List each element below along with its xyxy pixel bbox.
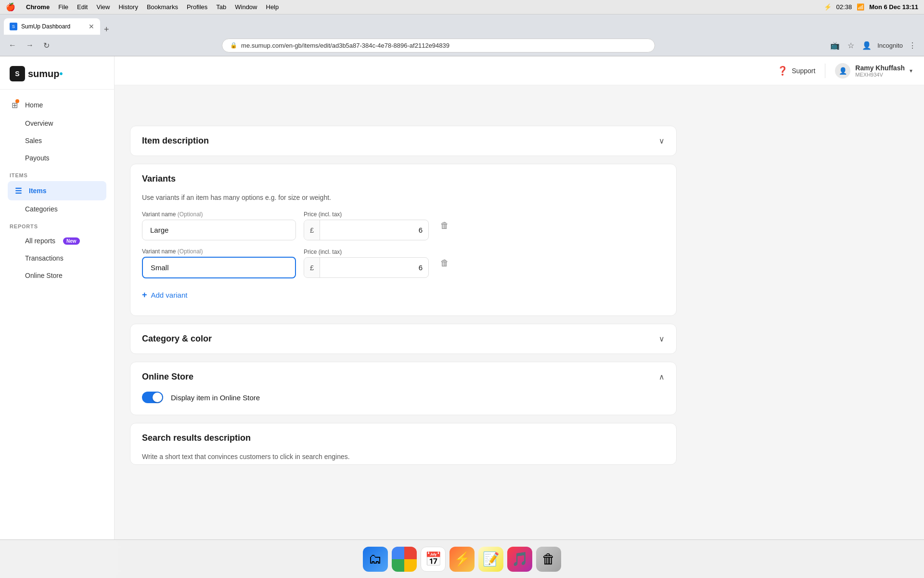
profiles-menu[interactable]: Profiles: [187, 3, 207, 11]
sidebar-navigation: ⊞ Home Overview Sales Payouts ITEMS ☰: [0, 90, 114, 290]
item-description-title: Item description: [142, 136, 209, 146]
reload-button[interactable]: ↻: [40, 39, 52, 52]
variants-card: Variants Use variants if an item has man…: [130, 164, 677, 316]
dock-music[interactable]: 🎵: [507, 547, 532, 572]
app-container: S sumup• ⊞ Home Overview Sales: [0, 56, 924, 578]
macos-dock: 🗂 📅 ⚡ 📝 🎵 🗑: [0, 539, 924, 578]
variant-row-2: Variant name (Optional) Price (incl. tax…: [142, 248, 665, 278]
sidebar-item-categories[interactable]: Categories: [0, 200, 114, 218]
transactions-label: Transactions: [25, 254, 64, 262]
variant2-name-group: Variant name (Optional): [142, 248, 296, 278]
support-label: Support: [792, 67, 815, 75]
variant2-name-input[interactable]: [142, 257, 296, 278]
sidebar-item-overview-label: Overview: [25, 119, 53, 127]
sidebar-item-home[interactable]: ⊞ Home: [0, 95, 114, 115]
forward-button[interactable]: →: [23, 39, 37, 52]
sidebar-header: S sumup•: [0, 56, 114, 90]
tab-menu[interactable]: Tab: [216, 3, 226, 11]
avatar: 👤: [835, 63, 850, 79]
variant1-price-input[interactable]: [320, 220, 428, 240]
category-color-header[interactable]: Category & color ∨: [130, 324, 676, 354]
page-content: Item description ∨ Variants Use variants…: [115, 114, 692, 484]
item-description-chevron: ∨: [659, 136, 665, 145]
sidebar-item-home-label: Home: [25, 101, 43, 109]
tab-favicon: S: [10, 23, 17, 30]
category-color-chevron: ∨: [659, 334, 665, 343]
bookmarks-menu[interactable]: Bookmarks: [147, 3, 178, 11]
sidebar-item-transactions[interactable]: Transactions: [0, 250, 114, 267]
variant1-price-currency: £: [304, 220, 320, 240]
bookmark-icon[interactable]: ☆: [846, 39, 856, 52]
variant1-name-input[interactable]: [142, 220, 296, 240]
system-clock: Mon 6 Dec 13:11: [869, 3, 918, 11]
sidebar-item-all-reports[interactable]: All reports New: [0, 232, 114, 250]
apple-menu[interactable]: 🍎: [6, 2, 15, 12]
sidebar-item-payouts[interactable]: Payouts: [0, 149, 114, 167]
dock-notes[interactable]: 📝: [478, 547, 503, 572]
online-store-chevron: ∧: [659, 372, 665, 381]
view-menu[interactable]: View: [96, 3, 110, 11]
sidebar-item-items[interactable]: ☰ Items: [8, 181, 106, 200]
app-menu[interactable]: Chrome: [26, 3, 50, 11]
header-divider: [825, 64, 825, 78]
logo-text: sumup•: [28, 68, 63, 79]
category-color-card: Category & color ∨: [130, 324, 677, 354]
variant1-name-group: Variant name (Optional): [142, 211, 296, 240]
user-info[interactable]: 👤 Ramy Khuffash MEXH934V ▾: [835, 63, 912, 79]
browser-actions: 📺 ☆ 👤 Incognito ⋮: [828, 39, 918, 52]
search-results-header[interactable]: Search results description: [130, 423, 676, 453]
display-in-store-toggle[interactable]: [142, 392, 163, 403]
incognito-icon[interactable]: 👤: [860, 39, 873, 52]
window-menu[interactable]: Window: [235, 3, 257, 11]
items-section-label: ITEMS: [0, 167, 114, 181]
sidebar-item-sales-label: Sales: [25, 137, 42, 144]
search-results-body: Write a short text that convinces custom…: [130, 453, 676, 464]
variant2-delete-button[interactable]: 🗑: [436, 254, 453, 272]
dock-calendar[interactable]: 📅: [421, 547, 446, 572]
sidebar-item-online-store[interactable]: Online Store: [0, 267, 114, 284]
variant1-name-label: Variant name (Optional): [142, 211, 296, 218]
browser-tab[interactable]: S SumUp Dashboard ✕: [4, 18, 100, 35]
item-description-card: Item description ∨: [130, 126, 677, 156]
variants-header[interactable]: Variants: [130, 164, 676, 194]
new-tab-button[interactable]: +: [100, 25, 113, 35]
dock-finder[interactable]: 🗂: [363, 547, 388, 572]
logo-icon: S: [10, 66, 25, 81]
back-button[interactable]: ←: [6, 39, 19, 52]
online-store-header[interactable]: Online Store ∧: [130, 362, 676, 392]
sidebar-item-sales[interactable]: Sales: [0, 132, 114, 149]
menu-icon[interactable]: ⋮: [907, 39, 918, 52]
variant2-price-input[interactable]: [320, 258, 428, 277]
support-button[interactable]: ❓ Support: [777, 66, 815, 76]
user-name: Ramy Khuffash: [855, 64, 905, 72]
dock-bolt[interactable]: ⚡: [449, 547, 475, 572]
file-menu[interactable]: File: [58, 3, 68, 11]
sidebar-item-overview[interactable]: Overview: [0, 115, 114, 132]
item-description-header[interactable]: Item description ∨: [130, 126, 676, 156]
battery-time: 02:38: [836, 3, 852, 11]
right-panel: ❓ Support 👤 Ramy Khuffash MEXH934V ▾ Ite…: [115, 56, 924, 578]
edit-menu[interactable]: Edit: [77, 3, 88, 11]
help-menu[interactable]: Help: [266, 3, 279, 11]
all-reports-label: All reports: [25, 237, 55, 245]
sidebar-item-items-label: Items: [29, 187, 47, 195]
cast-icon[interactable]: 📺: [828, 39, 842, 52]
history-menu[interactable]: History: [118, 3, 138, 11]
variant1-delete-button[interactable]: 🗑: [436, 217, 453, 235]
menubar: 🍎 Chrome File Edit View History Bookmark…: [0, 0, 924, 14]
category-color-title: Category & color: [142, 334, 212, 344]
tab-close-button[interactable]: ✕: [89, 23, 94, 30]
sumup-logo: S sumup•: [10, 66, 63, 81]
items-icon: ☰: [13, 186, 23, 196]
dock-chrome[interactable]: [392, 547, 417, 572]
variant2-price-group: Price (incl. tax) £: [304, 249, 429, 278]
dock-trash[interactable]: 🗑: [536, 547, 561, 572]
address-bar: ← → ↻ 🔒 me.sumup.com/en-gb/items/edit/ad…: [0, 35, 924, 56]
variant2-name-label: Variant name (Optional): [142, 248, 296, 255]
add-variant-button[interactable]: + Add variant: [142, 286, 187, 304]
online-store-body: Display item in Online Store: [130, 392, 676, 415]
url-bar[interactable]: 🔒 me.sumup.com/en-gb/items/edit/ad3b5a87…: [222, 39, 655, 53]
toggle-thumb: [153, 393, 162, 402]
incognito-label: Incognito: [877, 42, 903, 49]
support-icon: ❓: [777, 66, 788, 76]
